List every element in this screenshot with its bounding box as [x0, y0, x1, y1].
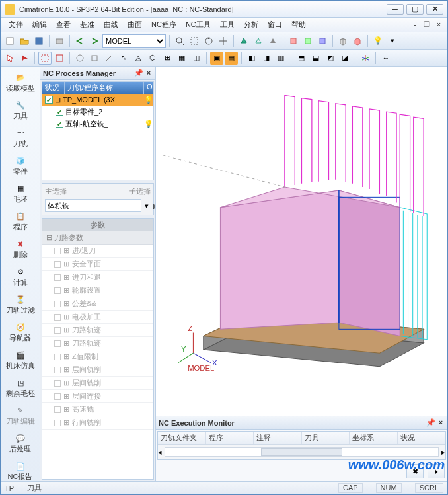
mdi-close-button[interactable]: ×	[434, 20, 443, 29]
mdi-restore-button[interactable]: ❐	[422, 20, 431, 29]
sidebar-remain[interactable]: ◳剩余毛坯	[4, 375, 37, 399]
zoom-fit-icon[interactable]	[173, 34, 186, 48]
exec-cancel-button[interactable]: ✖	[406, 464, 424, 478]
exec-run-button[interactable]: ⏵	[428, 464, 445, 478]
iso-view-icon[interactable]	[287, 34, 300, 48]
sidebar-calculate[interactable]: ⚙计算	[4, 264, 37, 287]
filter6-icon[interactable]: ⬡	[146, 52, 159, 65]
sidebar-simulate[interactable]: 🎬机床仿真	[4, 347, 37, 371]
hidden-icon[interactable]	[266, 34, 280, 48]
menu-help[interactable]: 帮助	[287, 19, 310, 31]
tool-c-icon[interactable]: ◩	[324, 52, 337, 65]
save-icon[interactable]	[32, 34, 46, 48]
filter7-icon[interactable]: ⊞	[161, 52, 174, 65]
sidebar-report[interactable]: 📄NC报告	[4, 458, 37, 481]
new-icon[interactable]	[3, 34, 17, 48]
top-view-icon[interactable]	[316, 34, 329, 48]
menu-edit[interactable]: 编辑	[28, 19, 51, 31]
filter2-icon[interactable]	[88, 52, 101, 65]
exec-col-comment[interactable]: 注释	[254, 432, 302, 444]
param-item[interactable]: ⊞ 进刀和退	[42, 271, 153, 284]
param-item[interactable]: ⊞ 轮廓设置	[42, 284, 153, 297]
tree-row-5axis[interactable]: ✔ 五轴-航空铣_ 💡	[42, 118, 153, 130]
shaded-icon[interactable]	[237, 34, 250, 48]
menu-nc-tools[interactable]: NC工具	[182, 19, 215, 31]
param-item[interactable]: ⊞ 刀路轨迹	[42, 324, 153, 337]
menu-tools[interactable]: 工具	[216, 19, 239, 31]
tree-row-tp-model[interactable]: ✔⊟ TP_MODEL (3X 💡	[42, 94, 153, 106]
cube-icon[interactable]	[336, 34, 350, 48]
dim-icon[interactable]: ↔	[379, 52, 392, 65]
layer2-icon[interactable]: ◨	[260, 52, 273, 65]
redo-icon[interactable]	[88, 34, 101, 48]
cursor-red-icon[interactable]	[18, 52, 31, 65]
layer1-icon[interactable]: ◧	[245, 52, 258, 65]
main-select-input[interactable]	[45, 199, 141, 212]
scroll-left-icon[interactable]: ◂	[158, 448, 162, 457]
exec-close-icon[interactable]: ×	[437, 418, 445, 427]
param-item[interactable]: ⊞ 电极加工	[42, 311, 153, 324]
front-view-icon[interactable]	[301, 34, 315, 48]
model-combo[interactable]: MODEL	[102, 34, 166, 48]
maximize-button[interactable]: ▢	[406, 4, 424, 15]
exec-col-folder[interactable]: 刀轨文件夹	[158, 432, 206, 444]
process-tree[interactable]: 状况 刀轨/程序名称 O ✔⊟ TP_MODEL (3X 💡 ✔ 目标零件_2 …	[42, 81, 154, 180]
select-box-icon[interactable]	[38, 52, 52, 65]
param-item[interactable]: ⊞ Z值限制	[42, 350, 153, 363]
bulb-icon[interactable]: 💡	[371, 34, 385, 48]
exec-col-tool[interactable]: 刀具	[302, 432, 350, 444]
menu-view[interactable]: 查看	[52, 19, 75, 31]
scroll-right-icon[interactable]: ▸	[441, 448, 445, 457]
param-item[interactable]: ⊞ 高速铣	[42, 403, 153, 416]
param-item[interactable]: ⊞ 层间连接	[42, 390, 153, 403]
param-item[interactable]: ⊞ 行间铣削	[42, 416, 153, 430]
tree-row-target[interactable]: ✔ 目标零件_2	[42, 106, 153, 118]
menu-window[interactable]: 窗口	[264, 19, 286, 31]
parameter-panel[interactable]: 参数 ⊟ 刀路参数 ⊞ 进/退刀 ⊞ 安全平面 ⊞ 进刀和退 ⊞ 轮廓设置 ⊞ …	[42, 218, 154, 480]
exec-scrollbar[interactable]	[165, 447, 439, 457]
param-item[interactable]: ⊞ 安全平面	[42, 258, 153, 271]
minimize-button[interactable]: ─	[387, 4, 404, 15]
panel-close-icon[interactable]: ×	[145, 69, 153, 77]
sidebar-navigator[interactable]: 🧭导航器	[4, 319, 37, 343]
sidebar-delete[interactable]: ✖删除	[4, 236, 37, 260]
menu-nc-program[interactable]: NC程序	[147, 19, 180, 31]
menu-analyze[interactable]: 分析	[240, 19, 262, 31]
undo-icon[interactable]	[73, 34, 87, 48]
settings-icon[interactable]: ▾	[386, 34, 399, 48]
exec-pin-icon[interactable]: 📌	[426, 418, 434, 427]
print-icon[interactable]	[53, 34, 66, 48]
tree-col-o[interactable]: O	[144, 82, 153, 94]
exec-col-ucs[interactable]: 坐标系	[350, 432, 398, 444]
3d-viewport[interactable]: Z X Y MODEL	[156, 67, 447, 416]
hl2-icon[interactable]: ▤	[225, 52, 238, 65]
wireframe-icon[interactable]	[252, 34, 265, 48]
param-category[interactable]: ⊟ 刀路参数	[42, 231, 153, 245]
menu-surface[interactable]: 曲面	[124, 19, 146, 31]
axis-icon[interactable]	[359, 52, 372, 65]
tool-a-icon[interactable]: ⬒	[295, 52, 308, 65]
exec-col-program[interactable]: 程序	[206, 432, 254, 444]
menu-datum[interactable]: 基准	[76, 19, 98, 31]
filter5-icon[interactable]: ◬	[131, 52, 145, 65]
pin-icon[interactable]: 📌	[134, 69, 142, 77]
pan-icon[interactable]	[217, 34, 230, 48]
param-item[interactable]: ⊞ 刀路轨迹	[42, 337, 153, 350]
layer3-icon[interactable]: ▥	[274, 52, 287, 65]
tree-col-status[interactable]: 状况	[42, 82, 65, 94]
param-item[interactable]: ⊞ 层间铣削	[42, 377, 153, 390]
sidebar-stock[interactable]: ▦毛坯	[4, 180, 37, 204]
mdi-minimize-button[interactable]: -	[410, 20, 420, 29]
param-item[interactable]: ⊞ 进/退刀	[42, 245, 153, 258]
filter4-icon[interactable]: ∿	[117, 52, 130, 65]
sidebar-filter[interactable]: ⏳刀轨过滤	[4, 291, 37, 315]
menu-curve[interactable]: 曲线	[100, 19, 122, 31]
filter8-icon[interactable]: ▦	[175, 52, 188, 65]
zoom-window-icon[interactable]	[188, 34, 201, 48]
param-item[interactable]: ⊞ 公差&&	[42, 297, 153, 311]
sidebar-edit-path[interactable]: ✎刀轨编辑	[4, 402, 37, 426]
sidebar-program[interactable]: 📋程序	[4, 208, 37, 232]
filter9-icon[interactable]: ◫	[190, 52, 203, 65]
main-select-button[interactable]: ▾	[144, 199, 149, 212]
hl1-icon[interactable]: ▣	[210, 52, 223, 65]
